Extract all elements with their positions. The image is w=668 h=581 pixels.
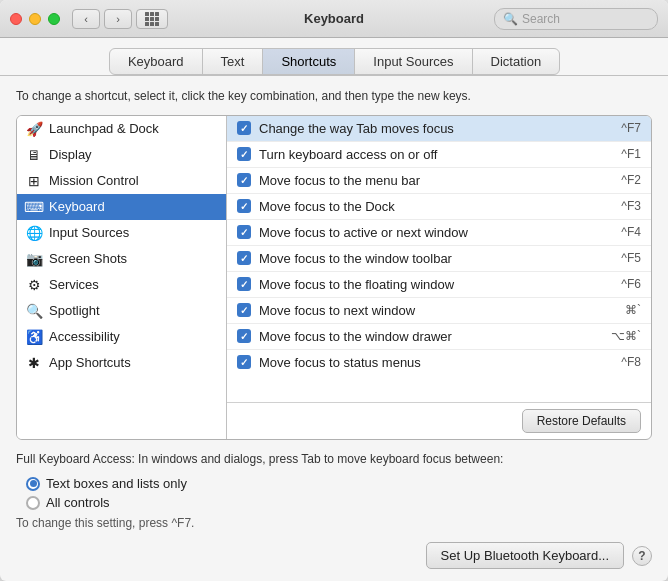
checkmark-icon: ✓: [240, 279, 248, 290]
shortcut-key-2: ^F2: [621, 173, 641, 187]
shortcut-label-2: Move focus to the menu bar: [259, 173, 613, 188]
shortcut-checkbox-3[interactable]: ✓: [237, 199, 251, 213]
maximize-button[interactable]: [48, 13, 60, 25]
checkmark-icon: ✓: [240, 357, 248, 368]
shortcut-checkbox-8[interactable]: ✓: [237, 329, 251, 343]
shortcut-key-0: ^F7: [621, 121, 641, 135]
shortcut-checkbox-1[interactable]: ✓: [237, 147, 251, 161]
tab-shortcuts[interactable]: Shortcuts: [262, 48, 355, 75]
shortcut-label-8: Move focus to the window drawer: [259, 329, 603, 344]
shortcut-label-5: Move focus to the window toolbar: [259, 251, 613, 266]
shortcut-row[interactable]: ✓ Change the way Tab moves focus ^F7: [227, 116, 651, 142]
shortcut-key-6: ^F6: [621, 277, 641, 291]
radio-circle-all-controls: [26, 496, 40, 510]
tab-input-sources[interactable]: Input Sources: [354, 48, 472, 75]
shortcut-key-5: ^F5: [621, 251, 641, 265]
sidebar-icon-spotlight: 🔍: [25, 302, 43, 320]
shortcut-row[interactable]: ✓ Move focus to the window toolbar ^F5: [227, 246, 651, 272]
sidebar-item-display[interactable]: 🖥 Display: [17, 142, 226, 168]
sidebar-item-spotlight[interactable]: 🔍 Spotlight: [17, 298, 226, 324]
tab-text[interactable]: Text: [202, 48, 264, 75]
checkmark-icon: ✓: [240, 201, 248, 212]
sidebar-item-app-shortcuts[interactable]: ✱ App Shortcuts: [17, 350, 226, 376]
setup-bluetooth-button[interactable]: Set Up Bluetooth Keyboard...: [426, 542, 624, 569]
sidebar-item-mission-control[interactable]: ⊞ Mission Control: [17, 168, 226, 194]
radio-item-text-boxes[interactable]: Text boxes and lists only: [26, 476, 652, 491]
shortcut-key-4: ^F4: [621, 225, 641, 239]
shortcut-row[interactable]: ✓ Move focus to active or next window ^F…: [227, 220, 651, 246]
radio-label-text-boxes: Text boxes and lists only: [46, 476, 187, 491]
restore-btn-row: Restore Defaults: [227, 402, 651, 439]
shortcut-label-6: Move focus to the floating window: [259, 277, 613, 292]
shortcut-row[interactable]: ✓ Move focus to the window drawer ⌥⌘`: [227, 324, 651, 350]
shortcut-row[interactable]: ✓ Move focus to next window ⌘`: [227, 298, 651, 324]
help-button[interactable]: ?: [632, 546, 652, 566]
grid-icon: [145, 12, 159, 26]
tab-dictation[interactable]: Dictation: [472, 48, 561, 75]
back-button[interactable]: ‹: [72, 9, 100, 29]
checkmark-icon: ✓: [240, 331, 248, 342]
sidebar-label-launchpad: Launchpad & Dock: [49, 121, 159, 136]
tabs-bar: KeyboardTextShortcutsInput SourcesDictat…: [0, 38, 668, 76]
sidebar-label-services: Services: [49, 277, 99, 292]
bottom-buttons: Set Up Bluetooth Keyboard... ?: [16, 538, 652, 569]
shortcut-row[interactable]: ✓ Turn keyboard access on or off ^F1: [227, 142, 651, 168]
shortcut-checkbox-7[interactable]: ✓: [237, 303, 251, 317]
sidebar-item-services[interactable]: ⚙ Services: [17, 272, 226, 298]
shortcut-row[interactable]: ✓ Move focus to the floating window ^F6: [227, 272, 651, 298]
keyboard-window: ‹ › Keyboard 🔍 KeyboardTextShortcutsInpu…: [0, 0, 668, 581]
sidebar-label-keyboard: Keyboard: [49, 199, 105, 214]
radio-inner: [30, 480, 37, 487]
right-panel: ✓ Change the way Tab moves focus ^F7 ✓ T…: [227, 116, 651, 439]
nav-buttons: ‹ ›: [72, 9, 132, 29]
sidebar-icon-accessibility: ♿: [25, 328, 43, 346]
sidebar-item-input-sources[interactable]: 🌐 Input Sources: [17, 220, 226, 246]
shortcut-checkbox-4[interactable]: ✓: [237, 225, 251, 239]
sidebar-item-keyboard[interactable]: ⌨ Keyboard: [17, 194, 226, 220]
shortcut-label-3: Move focus to the Dock: [259, 199, 613, 214]
checkmark-icon: ✓: [240, 123, 248, 134]
sidebar-item-accessibility[interactable]: ♿ Accessibility: [17, 324, 226, 350]
shortcut-checkbox-2[interactable]: ✓: [237, 173, 251, 187]
sidebar-label-spotlight: Spotlight: [49, 303, 100, 318]
sidebar-label-screen-shots: Screen Shots: [49, 251, 127, 266]
sidebar-label-display: Display: [49, 147, 92, 162]
window-title: Keyboard: [304, 11, 364, 26]
sidebar-icon-display: 🖥: [25, 146, 43, 164]
search-input[interactable]: [522, 12, 649, 26]
tab-keyboard[interactable]: Keyboard: [109, 48, 203, 75]
minimize-button[interactable]: [29, 13, 41, 25]
shortcut-label-4: Move focus to active or next window: [259, 225, 613, 240]
shortcut-checkbox-6[interactable]: ✓: [237, 277, 251, 291]
close-button[interactable]: [10, 13, 22, 25]
shortcut-label-1: Turn keyboard access on or off: [259, 147, 613, 162]
traffic-lights: [10, 13, 60, 25]
sidebar-label-app-shortcuts: App Shortcuts: [49, 355, 131, 370]
sidebar-icon-input-sources: 🌐: [25, 224, 43, 242]
shortcut-label-0: Change the way Tab moves focus: [259, 121, 613, 136]
radio-circle-text-boxes: [26, 477, 40, 491]
sidebar-item-screen-shots[interactable]: 📷 Screen Shots: [17, 246, 226, 272]
sidebar-item-launchpad[interactable]: 🚀 Launchpad & Dock: [17, 116, 226, 142]
shortcut-checkbox-9[interactable]: ✓: [237, 355, 251, 369]
radio-item-all-controls[interactable]: All controls: [26, 495, 652, 510]
main-area: 🚀 Launchpad & Dock 🖥 Display ⊞ Mission C…: [16, 115, 652, 440]
shortcut-row[interactable]: ✓ Move focus to status menus ^F8: [227, 350, 651, 375]
sidebar-icon-keyboard: ⌨: [25, 198, 43, 216]
shortcut-checkbox-0[interactable]: ✓: [237, 121, 251, 135]
shortcut-row[interactable]: ✓ Move focus to the Dock ^F3: [227, 194, 651, 220]
checkmark-icon: ✓: [240, 149, 248, 160]
restore-defaults-button[interactable]: Restore Defaults: [522, 409, 641, 433]
shortcut-key-9: ^F8: [621, 355, 641, 369]
radio-label-all-controls: All controls: [46, 495, 110, 510]
shortcut-checkbox-5[interactable]: ✓: [237, 251, 251, 265]
grid-button[interactable]: [136, 9, 168, 29]
sidebar-icon-mission-control: ⊞: [25, 172, 43, 190]
shortcut-row[interactable]: ✓ Move focus to the menu bar ^F2: [227, 168, 651, 194]
shortcuts-list: ✓ Change the way Tab moves focus ^F7 ✓ T…: [227, 116, 651, 402]
main-content: To change a shortcut, select it, click t…: [0, 76, 668, 581]
forward-button[interactable]: ›: [104, 9, 132, 29]
search-bar[interactable]: 🔍: [494, 8, 658, 30]
fka-text: Full Keyboard Access: In windows and dia…: [16, 450, 652, 468]
sidebar-label-input-sources: Input Sources: [49, 225, 129, 240]
